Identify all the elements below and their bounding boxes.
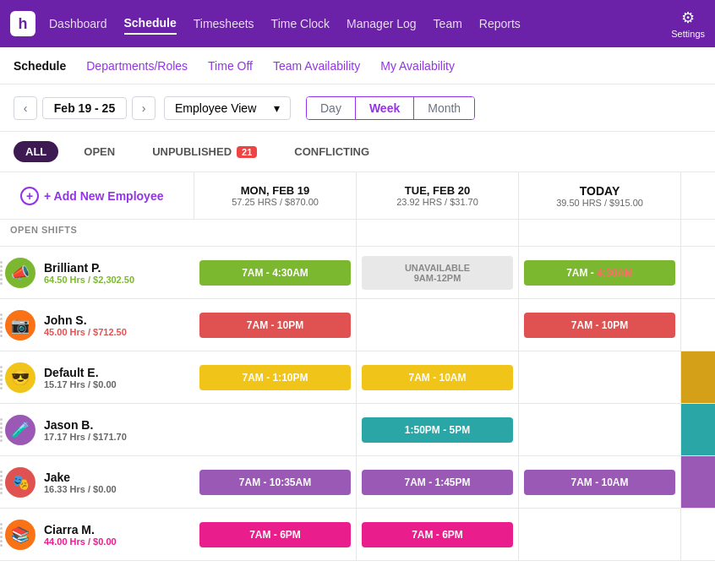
nav-team[interactable]: Team xyxy=(434,14,462,34)
nav-timesheets[interactable]: Timesheets xyxy=(194,14,254,34)
shift-block[interactable]: 7AM - 10:35AM xyxy=(199,470,351,495)
extra-col xyxy=(681,299,715,351)
shift-block[interactable]: 7AM - 10AM xyxy=(362,365,513,390)
filter-open-button[interactable]: OPEN xyxy=(72,141,127,162)
table-row: 😎 Default E. 15.17 Hrs / $0.00 7AM - 1:1… xyxy=(0,351,715,404)
gear-icon: ⚙ xyxy=(681,8,695,27)
extra-col-color xyxy=(681,404,715,455)
subnav-departments[interactable]: Departments/Roles xyxy=(86,56,188,76)
col-header-mon: MON, FEB 19 57.25 HRS / $870.00 xyxy=(194,172,357,219)
shift-cell-tue: 7AM - 1:45PM xyxy=(357,456,519,508)
drag-handle[interactable] xyxy=(0,523,3,547)
extra-col-color xyxy=(681,351,715,403)
settings-button[interactable]: ⚙ Settings xyxy=(671,8,705,39)
avatar: 🧪 xyxy=(5,415,35,445)
employee-hours: 44.00 Hrs / $0.00 xyxy=(44,536,117,547)
drag-handle[interactable] xyxy=(0,261,3,285)
shift-block-conflict[interactable]: 7AM - 4:30AM xyxy=(524,260,675,286)
shift-block[interactable]: 7AM - 6PM xyxy=(362,522,513,547)
shift-cell: 7AM - 10PM xyxy=(194,299,357,351)
shift-cell-today: 7AM - 10PM xyxy=(519,299,681,351)
col-hrs-mon: 57.25 HRS / $870.00 xyxy=(232,197,319,207)
nav-timeclock[interactable]: Time Clock xyxy=(271,14,330,34)
table-row: 🧪 Jason B. 17.17 Hrs / $171.70 1:50PM - … xyxy=(0,404,715,456)
nav-dashboard[interactable]: Dashboard xyxy=(49,14,107,34)
col-day-today: TODAY xyxy=(580,184,619,198)
view-select-label: Employee View xyxy=(175,101,256,115)
empty-cell xyxy=(519,509,681,560)
next-date-button[interactable]: › xyxy=(132,96,156,120)
drag-handle[interactable] xyxy=(0,471,3,494)
chevron-down-icon: ▾ xyxy=(274,101,280,115)
month-view-button[interactable]: Month xyxy=(414,97,474,119)
nav-reports[interactable]: Reports xyxy=(479,14,521,34)
extra-col xyxy=(681,247,715,298)
shift-block[interactable]: 1:50PM - 5PM xyxy=(362,417,513,443)
employee-details: Default E. 15.17 Hrs / $0.00 xyxy=(44,366,117,389)
shift-block[interactable]: 7AM - 1:10PM xyxy=(199,365,351,390)
shift-block[interactable]: 7AM - 4:30AM xyxy=(199,260,351,286)
shift-block[interactable]: 7AM - 6PM xyxy=(199,522,351,547)
col-header-tue: TUE, FEB 20 23.92 HRS / $31.70 xyxy=(357,172,519,219)
filter-bar: ALL OPEN UNPUBLISHED 21 CONFLICTING xyxy=(0,132,715,172)
add-employee-label: + Add New Employee xyxy=(44,189,163,203)
day-view-button[interactable]: Day xyxy=(307,97,356,119)
plus-circle-icon: + xyxy=(20,187,39,205)
employee-details: Ciarra M. 44.00 Hrs / $0.00 xyxy=(44,523,117,547)
subnav-timeoff[interactable]: Time Off xyxy=(208,56,253,76)
table-row: 🎭 Jake 16.33 Hrs / $0.00 7AM - 10:35AM 7… xyxy=(0,456,715,509)
shift-block[interactable]: 7AM - 10PM xyxy=(524,313,675,338)
subnav-teamavailability[interactable]: Team Availability xyxy=(273,56,360,76)
drag-handle[interactable] xyxy=(0,366,3,389)
employee-view-select[interactable]: Employee View ▾ xyxy=(164,96,291,120)
shift-block[interactable]: 7AM - 1:45PM xyxy=(362,470,513,495)
extra-col-color xyxy=(681,456,715,508)
filter-all-button[interactable]: ALL xyxy=(14,141,58,162)
table-row: 📷 John S. 45.00 Hrs / $712.50 7AM - 10PM… xyxy=(0,299,715,351)
table-row: 📣 Brilliant P. 64.50 Hrs / $2,302.50 7AM… xyxy=(0,247,715,299)
employee-hours: 45.00 Hrs / $712.50 xyxy=(44,327,127,337)
view-mode-group: Day Week Month xyxy=(306,96,475,120)
week-view-button[interactable]: Week xyxy=(356,97,414,119)
unavailable-cell: UNAVAILABLE9AM-12PM xyxy=(357,247,519,298)
employee-name: Default E. xyxy=(44,366,117,379)
avatar: 📷 xyxy=(5,310,35,340)
employee-details: Jake 16.33 Hrs / $0.00 xyxy=(44,471,117,494)
shift-cell-tue: 7AM - 10AM xyxy=(357,351,519,403)
date-navigation: ‹ Feb 19 - 25 › xyxy=(14,96,156,120)
schedule-grid: + + Add New Employee MON, FEB 19 57.25 H… xyxy=(0,172,715,561)
subnav-myavailability[interactable]: My Availability xyxy=(380,56,455,76)
employee-name: John S. xyxy=(44,313,127,327)
filter-unpublished-button[interactable]: UNPUBLISHED 21 xyxy=(140,141,269,162)
conflict-time: 4:30AM xyxy=(597,267,633,279)
add-employee-button[interactable]: + + Add New Employee xyxy=(10,187,173,205)
nav-managerlog[interactable]: Manager Log xyxy=(347,14,417,34)
shift-block[interactable]: 7AM - 10AM xyxy=(524,470,675,495)
avatar: 📣 xyxy=(5,258,35,288)
shift-cell-tue: 1:50PM - 5PM xyxy=(357,404,519,455)
unpublished-label: UNPUBLISHED xyxy=(152,145,232,158)
shift-cell: 7AM - 10:35AM xyxy=(194,456,357,508)
employee-details: John S. 45.00 Hrs / $712.50 xyxy=(44,313,127,337)
nav-schedule[interactable]: Schedule xyxy=(124,13,177,35)
app-logo: h xyxy=(10,11,35,36)
prev-date-button[interactable]: ‹ xyxy=(14,96,37,120)
shift-block[interactable]: 7AM - 10PM xyxy=(199,313,351,338)
employee-info-jason: 🧪 Jason B. 17.17 Hrs / $171.70 xyxy=(0,408,194,452)
employee-info-default: 😎 Default E. 15.17 Hrs / $0.00 xyxy=(0,356,194,400)
col-hrs-tue: 23.92 HRS / $31.70 xyxy=(396,197,478,207)
drag-handle[interactable] xyxy=(0,418,3,442)
shift-cell: 7AM - 4:30AM xyxy=(194,247,357,298)
empty-cell xyxy=(357,299,519,351)
top-nav: h Dashboard Schedule Timesheets Time Clo… xyxy=(0,0,715,47)
drag-handle[interactable] xyxy=(0,313,3,337)
toolbar: ‹ Feb 19 - 25 › Employee View ▾ Day Week… xyxy=(0,84,715,132)
employee-info-jake: 🎭 Jake 16.33 Hrs / $0.00 xyxy=(0,460,194,504)
employee-name: Jason B. xyxy=(44,418,127,432)
empty-cell xyxy=(519,404,681,455)
filter-conflicting-button[interactable]: CONFLICTING xyxy=(282,141,381,162)
date-range-label: Feb 19 - 25 xyxy=(42,97,127,119)
subnav-schedule[interactable]: Schedule xyxy=(14,56,66,76)
sub-nav: Schedule Departments/Roles Time Off Team… xyxy=(0,47,715,84)
employee-name: Jake xyxy=(44,471,117,484)
